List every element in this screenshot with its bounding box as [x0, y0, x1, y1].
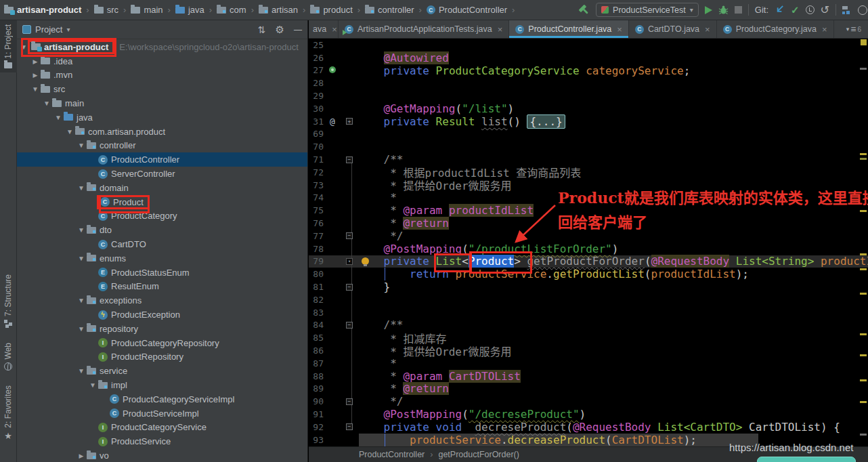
- bottom-breadcrumb-1[interactable]: getProductForOrder(): [438, 450, 519, 459]
- breadcrumb-item-src[interactable]: src: [94, 5, 118, 15]
- tree-item-ProductCategoryService[interactable]: IProductCategoryService: [17, 421, 307, 435]
- code-line-87[interactable]: 87 *: [309, 357, 868, 370]
- error-stripe-mark[interactable]: [860, 434, 867, 436]
- error-stripe-mark[interactable]: [860, 401, 867, 403]
- code-line-29[interactable]: 29: [309, 89, 868, 102]
- code-line-91[interactable]: 91 @PostMapping("/decreseProduct"): [309, 408, 868, 421]
- stop-button[interactable]: [735, 6, 742, 14]
- history-clock-icon[interactable]: [806, 5, 815, 14]
- code-line-25[interactable]: 25: [309, 39, 868, 51]
- tab-CartDTO.java[interactable]: CCartDTO.java×: [629, 20, 717, 38]
- fold-marker[interactable]: [346, 284, 353, 291]
- code-line-89[interactable]: 89 * @return: [309, 383, 868, 396]
- code-line-26[interactable]: 26 @Autowired: [309, 51, 868, 64]
- tree-item-ProductCategoryRepository[interactable]: IProductCategoryRepository: [17, 336, 307, 350]
- error-stripe-mark[interactable]: [860, 68, 867, 70]
- tree-item-ProductController[interactable]: CProductController: [17, 152, 307, 167]
- chevron-down-icon[interactable]: ▾: [66, 26, 70, 33]
- breadcrumb-item-ProductController[interactable]: CProductController: [427, 5, 507, 15]
- close-icon[interactable]: ×: [822, 24, 827, 35]
- fold-marker[interactable]: [346, 322, 353, 329]
- tree-item-repository[interactable]: repository: [17, 322, 307, 336]
- hide-panel-icon[interactable]: —: [294, 25, 302, 35]
- tab-ProductCategory.java[interactable]: CProductCategory.java×: [717, 20, 834, 38]
- debug-bug-icon[interactable]: [718, 5, 729, 15]
- tree-item-controller[interactable]: controller: [17, 139, 307, 153]
- close-icon[interactable]: ×: [705, 24, 710, 35]
- close-icon[interactable]: ×: [332, 24, 337, 35]
- code-line-70[interactable]: 70: [309, 140, 868, 153]
- tree-expand-arrow[interactable]: [53, 114, 64, 121]
- tree-expand-arrow[interactable]: [87, 381, 98, 389]
- error-stripe-mark[interactable]: [860, 153, 867, 155]
- tree-expand-arrow[interactable]: [64, 128, 75, 135]
- code-line-81[interactable]: 81 }: [309, 280, 868, 293]
- tree-item-vo[interactable]: vo: [17, 448, 307, 462]
- tree-item-.idea[interactable]: .idea: [17, 54, 307, 68]
- stripe-item-web[interactable]: Web: [0, 339, 17, 375]
- project-panel-title[interactable]: Project: [35, 24, 62, 35]
- tree-expand-arrow[interactable]: [30, 85, 41, 93]
- tree-item-dto[interactable]: dto: [17, 223, 307, 237]
- breadcrumb-item-java[interactable]: java: [175, 5, 204, 15]
- stripe-item--project[interactable]: 1: Project: [0, 20, 17, 72]
- breadcrumb-item-artisan-product[interactable]: artisan-product: [4, 5, 81, 15]
- fold-marker[interactable]: [346, 118, 353, 125]
- spring-bean-icon[interactable]: [329, 66, 336, 73]
- error-stripe-mark[interactable]: [860, 333, 867, 335]
- code-line-83[interactable]: 83: [309, 306, 868, 319]
- error-stripe-mark[interactable]: [860, 379, 867, 381]
- code-line-88[interactable]: 88 * @param CartDTOList: [309, 370, 868, 383]
- collapse-all-icon[interactable]: ⇅: [258, 24, 266, 35]
- tree-item-ProductServiceImpl[interactable]: CProductServiceImpl: [17, 406, 307, 421]
- gear-icon[interactable]: ⚙: [276, 24, 284, 36]
- error-stripe-mark[interactable]: [860, 354, 867, 356]
- tree-item-ResultEnum[interactable]: EResultEnum: [17, 280, 307, 294]
- run-configuration-select[interactable]: ProductServiceTest ▾: [596, 3, 699, 17]
- run-button[interactable]: [705, 6, 712, 14]
- error-stripe-mark[interactable]: [860, 210, 867, 212]
- code-line-80[interactable]: 80 return productService.getProductList(…: [309, 268, 868, 280]
- error-stripe-mark[interactable]: [860, 253, 867, 255]
- code-line-27[interactable]: 27 private ProductCategoryService catego…: [309, 64, 868, 77]
- fold-marker[interactable]: [346, 258, 353, 265]
- build-hammer-icon[interactable]: [578, 4, 590, 16]
- tree-item-impl[interactable]: impl: [17, 378, 307, 392]
- tree-expand-arrow[interactable]: [41, 100, 52, 107]
- breadcrumb-item-main[interactable]: main: [131, 5, 162, 15]
- fold-marker[interactable]: [346, 232, 353, 239]
- breadcrumb-item-artisan[interactable]: artisan: [259, 5, 298, 15]
- update-project-icon[interactable]: [775, 5, 785, 15]
- tree-item-exceptions[interactable]: exceptions: [17, 293, 307, 308]
- tree-item-ProductStatusEnum[interactable]: EProductStatusEnum: [17, 266, 307, 280]
- error-stripe-mark[interactable]: [860, 158, 867, 160]
- fold-marker[interactable]: [346, 423, 353, 430]
- tree-item-ProductCategoryServiceImpl[interactable]: CProductCategoryServiceImpl: [17, 392, 307, 406]
- code-editor[interactable]: 2526 @Autowired27 private ProductCategor…: [309, 39, 868, 446]
- breadcrumb-item-controller[interactable]: controller: [365, 5, 414, 15]
- tree-expand-arrow[interactable]: [76, 255, 87, 262]
- error-stripe-mark[interactable]: [860, 293, 867, 295]
- tree-item-ProductException[interactable]: ϟProductException: [17, 308, 307, 322]
- code-line-79[interactable]: 79 private List<Product> getProductForOr…: [309, 255, 868, 268]
- code-line-78[interactable]: 78 @PostMapping("/productListForOrder"): [309, 243, 868, 255]
- tree-expand-arrow[interactable]: [76, 325, 87, 333]
- tree-item-enums[interactable]: enums: [17, 251, 307, 266]
- code-line-30[interactable]: 30 @GetMapping("/list"): [309, 102, 868, 115]
- error-stripe-mark[interactable]: [861, 39, 867, 45]
- tree-item-ServerController[interactable]: CServerController: [17, 167, 307, 181]
- tab-ArtisanProductApplicationTests.java[interactable]: CArtisanProductApplicationTests.java×: [339, 20, 509, 38]
- tree-item-java[interactable]: java: [17, 110, 307, 125]
- tree-expand-arrow[interactable]: [76, 452, 87, 459]
- stripe-item--structure[interactable]: 7: Structure: [0, 270, 17, 332]
- code-line-82[interactable]: 82: [309, 293, 868, 306]
- tree-item-artisan-product[interactable]: artisan-productE:\workspace\springcloud-…: [17, 40, 307, 54]
- tree-item-.mvn[interactable]: .mvn: [17, 68, 307, 83]
- tree-item-ProductService[interactable]: IProductService: [17, 434, 307, 448]
- tree-item-ProductCategory[interactable]: CProductCategory: [17, 209, 307, 224]
- tree-expand-arrow[interactable]: [76, 142, 87, 149]
- code-line-90[interactable]: 90 */: [309, 395, 868, 408]
- fold-marker[interactable]: [346, 398, 353, 405]
- code-line-28[interactable]: 28: [309, 77, 868, 89]
- project-structure-icon[interactable]: [842, 5, 852, 15]
